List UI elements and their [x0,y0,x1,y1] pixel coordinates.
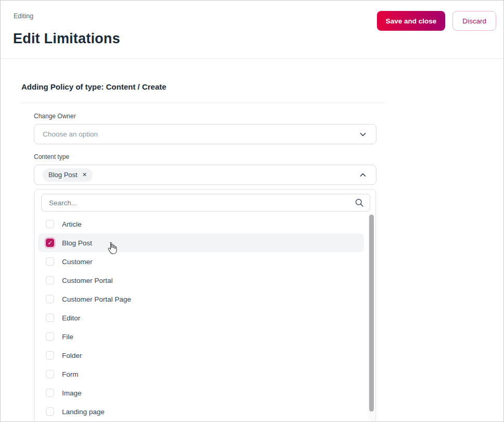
option-label: Customer Portal Page [62,295,131,303]
checkbox[interactable] [46,370,54,378]
checkbox[interactable] [46,389,54,397]
option-label: Customer Portal [62,277,113,284]
section-divider [21,103,386,103]
chip-remove-icon[interactable]: ✕ [82,172,87,178]
list-item[interactable]: Image [38,383,364,402]
page-title: Edit Limitations [13,31,120,47]
option-label: Folder [62,352,82,359]
search-input[interactable] [41,194,370,212]
checkbox-checked[interactable]: ✓ [46,239,54,247]
checkbox[interactable] [46,407,54,416]
list-item[interactable]: Customer [38,252,364,271]
list-item[interactable]: Article [38,215,364,233]
option-label: Image [62,389,82,397]
option-label: Landing page [62,408,105,416]
list-item[interactable]: Editor [38,308,364,327]
chevron-down-icon [358,130,368,139]
discard-button[interactable]: Discard [452,11,496,31]
checkbox[interactable] [46,276,54,284]
list-item[interactable]: ✓Blog Post [38,233,364,252]
search-icon [355,198,364,207]
edit-limitations-page: Editing Edit Limitations Save and close … [0,0,504,422]
checkbox[interactable] [46,295,54,303]
dropdown-scrollbar-thumb[interactable] [369,215,374,412]
chip-label: Blog Post [48,171,78,179]
change-owner-select[interactable]: Choose an option [34,124,376,144]
main-content: Adding Policy of type: Content / Create … [1,59,503,185]
checkbox[interactable] [46,257,54,266]
chevron-up-icon [358,170,368,180]
dropdown-scrollbar-track[interactable] [368,214,375,422]
option-label: Form [62,370,79,378]
content-type-dropdown: Article✓Blog PostCustomerCustomer Portal… [34,189,376,422]
checkbox[interactable] [46,332,54,341]
option-label: Article [62,220,82,228]
change-owner-label: Change Owner [34,113,376,120]
section-title: Adding Policy of type: Content / Create [21,82,503,91]
option-label: Customer [62,258,93,266]
list-item[interactable]: Landing page [38,402,364,421]
selected-chip: Blog Post ✕ [43,168,93,182]
list-item[interactable]: Customer Portal [38,271,364,290]
change-owner-placeholder: Choose an option [43,130,358,138]
list-item[interactable]: File [38,327,364,346]
list-item[interactable]: Folder [38,346,364,365]
checkbox[interactable] [46,220,54,228]
option-label: Blog Post [62,239,92,247]
option-list: Article✓Blog PostCustomerCustomer Portal… [35,215,375,421]
page-header: Editing Edit Limitations Save and close … [1,1,503,59]
list-item[interactable]: Form [38,365,364,383]
header-actions: Save and close Discard [377,11,496,31]
checkbox[interactable] [46,351,54,359]
content-type-label: Content type [34,153,376,160]
editing-status-label: Editing [14,13,33,20]
policy-form: Change Owner Choose an option Content ty… [34,113,376,185]
list-item[interactable]: Customer Portal Page [38,290,364,308]
option-label: File [62,333,73,341]
option-label: Editor [62,314,80,322]
save-and-close-button[interactable]: Save and close [377,11,446,31]
checkbox[interactable] [46,314,54,322]
content-type-select[interactable]: Blog Post ✕ [34,165,376,185]
